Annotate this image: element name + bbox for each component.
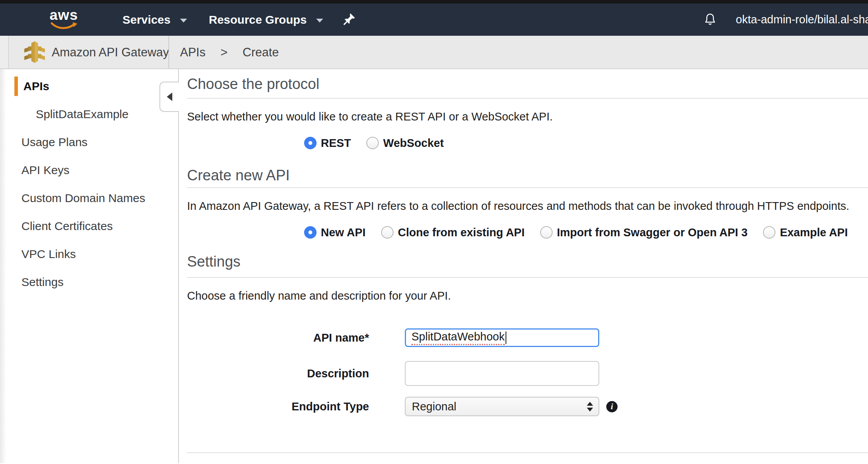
breadcrumb: APIs > Create <box>180 36 279 69</box>
protocol-radio-group: REST WebSocket <box>304 136 868 150</box>
sidebar-item-vpc-links[interactable]: VPC Links <box>0 240 178 268</box>
breadcrumb-current: Create <box>243 45 279 59</box>
sidebar-item-api-keys[interactable]: API Keys <box>0 156 178 184</box>
create-section-title: Create new API <box>187 166 868 184</box>
radio-import-swagger-circle <box>540 226 553 239</box>
description-row: Description <box>187 361 868 386</box>
sidebar-list: APIs SplitDataExample Usage Plans API Ke… <box>0 69 178 296</box>
sidebar-collapse-button[interactable] <box>159 82 179 112</box>
protocol-section-description: Select whether you would like to create … <box>187 110 868 124</box>
select-stepper-icon <box>587 402 593 412</box>
endpoint-type-label: Endpoint Type <box>187 400 369 413</box>
radio-websocket-circle <box>366 137 379 149</box>
settings-section-title: Settings <box>187 253 868 270</box>
endpoint-type-row: Endpoint Type Regional i <box>187 397 868 416</box>
radio-example-api[interactable]: Example API <box>763 226 848 239</box>
create-section-description: In Amazon API Gateway, a REST API refers… <box>187 199 868 213</box>
nav-services-label: Services <box>122 13 170 26</box>
aws-smile-icon <box>50 22 77 31</box>
radio-new-api-label: New API <box>321 226 366 239</box>
browser-chrome-strip <box>0 0 868 3</box>
aws-logo-text: aws <box>46 8 82 22</box>
api-name-value: SplitDataWebhook <box>411 330 505 345</box>
sidebar-item-apis[interactable]: APIs <box>0 72 178 100</box>
api-gateway-icon <box>23 41 46 65</box>
api-name-row: API name* SplitDataWebhook <box>187 328 868 347</box>
radio-import-swagger[interactable]: Import from Swagger or Open API 3 <box>540 226 747 239</box>
radio-example-api-label: Example API <box>780 226 848 239</box>
api-name-input[interactable]: SplitDataWebhook <box>405 328 599 347</box>
sidebar-item-custom-domain-names[interactable]: Custom Domain Names <box>0 184 178 212</box>
radio-example-api-circle <box>763 226 775 239</box>
section-divider <box>187 277 868 278</box>
settings-form: API name* SplitDataWebhook Description <box>187 328 868 416</box>
create-radio-group: New API Clone from existing API Import f… <box>304 225 868 239</box>
breadcrumb-apis-link[interactable]: APIs <box>180 45 205 59</box>
radio-rest-circle <box>304 137 317 149</box>
protocol-section-title: Choose the protocol <box>187 75 868 93</box>
top-navigation-bar: aws Services Resource Groups okta-admi <box>0 3 868 36</box>
sidebar-item-splitdataexample[interactable]: SplitDataExample <box>0 100 178 128</box>
endpoint-type-select[interactable]: Regional <box>405 397 599 416</box>
service-header-bar: Amazon API Gateway APIs > Create <box>0 36 868 69</box>
pin-icon[interactable] <box>341 12 356 28</box>
services-caret-down-icon <box>180 19 187 23</box>
radio-rest-label: REST <box>321 137 351 150</box>
text-cursor <box>506 331 506 344</box>
nav-resource-groups-menu[interactable]: Resource Groups <box>209 3 323 36</box>
settings-section-description: Choose a friendly name and description f… <box>187 289 868 303</box>
service-title[interactable]: Amazon API Gateway <box>52 36 169 69</box>
resource-groups-caret-down-icon <box>316 19 323 23</box>
sidebar-item-settings[interactable]: Settings <box>0 268 178 296</box>
radio-new-api-circle <box>304 226 317 239</box>
description-input[interactable] <box>405 361 599 386</box>
radio-import-swagger-label: Import from Swagger or Open API 3 <box>557 226 747 239</box>
header-divider <box>168 36 169 68</box>
radio-rest[interactable]: REST <box>304 137 351 150</box>
body-row: APIs SplitDataExample Usage Plans API Ke… <box>0 69 868 463</box>
sidebar: APIs SplitDataExample Usage Plans API Ke… <box>0 69 179 463</box>
collapse-left-arrow-icon <box>167 92 172 101</box>
endpoint-type-value: Regional <box>412 400 456 413</box>
radio-clone-api-label: Clone from existing API <box>398 226 525 239</box>
radio-clone-api-circle <box>381 226 394 239</box>
sidebar-item-client-certificates[interactable]: Client Certificates <box>0 212 178 240</box>
footer-divider <box>187 452 868 453</box>
section-divider <box>187 98 868 99</box>
aws-logo[interactable]: aws <box>46 8 82 31</box>
header-edge-cell <box>0 36 9 68</box>
radio-websocket-label: WebSocket <box>383 137 444 150</box>
aws-console-screen: aws Services Resource Groups okta-admi <box>0 0 868 464</box>
main-content: Choose the protocol Select whether you w… <box>179 69 868 463</box>
nav-services-menu[interactable]: Services <box>122 3 187 36</box>
notifications-bell-icon[interactable] <box>702 12 718 28</box>
description-label: Description <box>187 367 369 380</box>
radio-clone-api[interactable]: Clone from existing API <box>381 226 525 239</box>
breadcrumb-separator: > <box>220 45 228 59</box>
api-name-label: API name* <box>187 331 369 344</box>
user-role-menu[interactable]: okta-admin-role/bilal.al-sha <box>736 3 868 36</box>
section-divider <box>187 187 868 188</box>
radio-websocket[interactable]: WebSocket <box>366 137 444 150</box>
radio-new-api[interactable]: New API <box>304 226 366 239</box>
sidebar-item-usage-plans[interactable]: Usage Plans <box>0 128 178 156</box>
endpoint-info-icon[interactable]: i <box>606 401 618 412</box>
nav-resource-groups-label: Resource Groups <box>209 13 307 26</box>
